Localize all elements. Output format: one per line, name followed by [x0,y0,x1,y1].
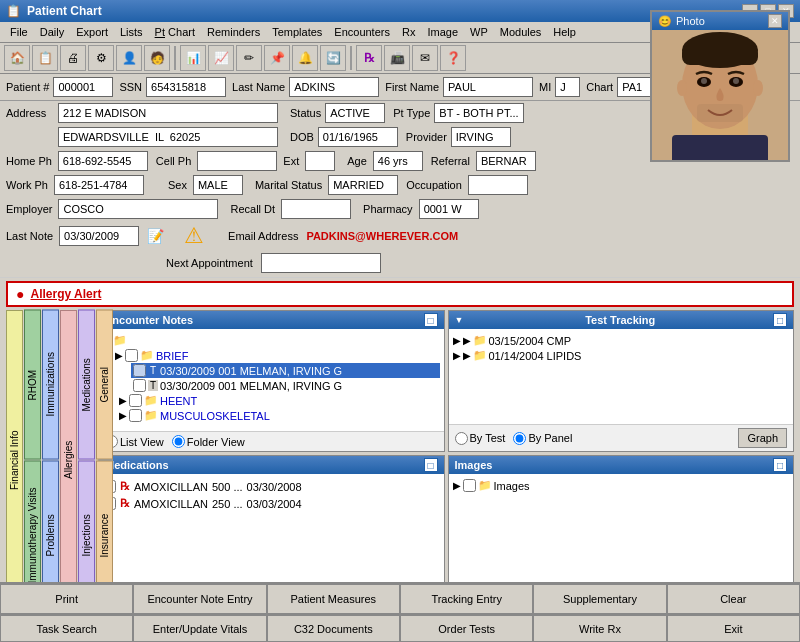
test-tracking-expand[interactable]: □ [773,313,787,327]
cell-ph-input[interactable] [197,151,277,171]
dob-input[interactable] [318,127,398,147]
folder-view-radio[interactable] [172,435,185,448]
enter-update-vitals-button[interactable]: Enter/Update Vitals [133,615,266,642]
tab-financial-info[interactable]: Financial Info [6,310,23,610]
supplementary-button[interactable]: Supplementary [533,584,666,614]
toolbar-settings[interactable]: ⚙ [88,45,114,71]
ssn-input[interactable] [146,77,226,97]
toolbar-refresh[interactable]: 🔄 [320,45,346,71]
toolbar-email[interactable]: ✉ [412,45,438,71]
mi-input[interactable] [555,77,580,97]
tab-general[interactable]: General [96,310,113,460]
medications-expand[interactable]: □ [424,458,438,472]
address1-input[interactable] [58,103,278,123]
patient-number-input[interactable] [53,77,113,97]
menu-file[interactable]: File [4,24,34,40]
menu-templates[interactable]: Templates [266,24,328,40]
tree-heent-expand[interactable]: ▶ [119,395,127,406]
address2-input[interactable] [58,127,278,147]
tree-musculo-expand[interactable]: ▶ [119,410,127,421]
status-input[interactable] [325,103,385,123]
test-item1-expand2[interactable]: ▶ [463,335,471,346]
toolbar-graph[interactable]: 📈 [208,45,234,71]
by-test-radio[interactable] [455,432,468,445]
last-name-input[interactable] [289,77,379,97]
toolbar-edit[interactable]: ✏ [236,45,262,71]
list-view-radio-label[interactable]: List View [105,435,164,448]
menu-daily[interactable]: Daily [34,24,70,40]
ext-input[interactable] [305,151,335,171]
tree-musculo-row[interactable]: ▶ 📁 MUSCULOSKELETAL [119,408,440,423]
pt-type-input[interactable] [434,103,524,123]
toolbar-person[interactable]: 🧑 [144,45,170,71]
toolbar-chart[interactable]: 📊 [180,45,206,71]
toolbar-bell[interactable]: 🔔 [292,45,318,71]
c32-documents-button[interactable]: C32 Documents [267,615,400,642]
order-tests-button[interactable]: Order Tests [400,615,533,642]
tree-heent-label[interactable]: HEENT [160,395,197,407]
test-item2-expand[interactable]: ▶ [453,350,461,361]
age-input[interactable] [373,151,423,171]
toolbar-print[interactable]: 🖨 [60,45,86,71]
tree-brief-expand-icon[interactable]: ▶ [115,350,123,361]
tab-allergies[interactable]: Allergies [60,310,77,610]
tree-item1-text[interactable]: 03/30/2009 001 MELMAN, IRVING G [160,365,342,377]
toolbar-rx[interactable]: ℞ [356,45,382,71]
exit-button[interactable]: Exit [667,615,800,642]
tab-rhom[interactable]: RHOM [24,310,41,460]
referral-input[interactable] [476,151,536,171]
menu-pt-chart[interactable]: Pt Chart [149,24,201,40]
toolbar-clipboard[interactable]: 📋 [32,45,58,71]
images-expand-icon[interactable]: ▶ [453,480,461,491]
tree-heent-row[interactable]: ▶ 📁 HEENT [119,393,440,408]
menu-encounters[interactable]: Encounters [328,24,396,40]
tree-item-selected[interactable]: T 03/30/2009 001 MELMAN, IRVING G [131,363,440,378]
toolbar-home[interactable]: 🏠 [4,45,30,71]
photo-close-button[interactable]: ✕ [768,14,782,28]
employer-input[interactable] [58,199,218,219]
tree-item1-checkbox[interactable] [133,364,146,377]
tracking-entry-button[interactable]: Tracking Entry [400,584,533,614]
toolbar-user[interactable]: 👤 [116,45,142,71]
tree-musculo-checkbox[interactable] [129,409,142,422]
toolbar-pin[interactable]: 📌 [264,45,290,71]
by-panel-radio[interactable] [513,432,526,445]
menu-reminders[interactable]: Reminders [201,24,266,40]
tab-immunizations[interactable]: Immunizations [42,310,59,460]
by-panel-radio-label[interactable]: By Panel [513,432,572,445]
sex-input[interactable] [193,175,243,195]
images-checkbox[interactable] [463,479,476,492]
menu-export[interactable]: Export [70,24,114,40]
work-ph-input[interactable] [54,175,144,195]
tree-item2-row[interactable]: T 03/30/2009 001 MELMAN, IRVING G [131,378,440,393]
next-appt-input[interactable] [261,253,381,273]
menu-wp[interactable]: WP [464,24,494,40]
menu-modules[interactable]: Modules [494,24,548,40]
by-test-radio-label[interactable]: By Test [455,432,506,445]
encounter-notes-expand[interactable]: □ [424,313,438,327]
toolbar-fax[interactable]: 📠 [384,45,410,71]
tree-brief-checkbox[interactable] [125,349,138,362]
tree-item2-checkbox[interactable] [133,379,146,392]
last-note-input[interactable] [59,226,139,246]
first-name-input[interactable] [443,77,533,97]
toolbar-help[interactable]: ❓ [440,45,466,71]
images-expand[interactable]: □ [773,458,787,472]
print-button[interactable]: Print [0,584,133,614]
tree-brief-label[interactable]: BRIEF [156,350,188,362]
clear-button[interactable]: Clear [667,584,800,614]
task-search-button[interactable]: Task Search [0,615,133,642]
encounter-note-entry-button[interactable]: Encounter Note Entry [133,584,266,614]
menu-help[interactable]: Help [547,24,582,40]
menu-rx[interactable]: Rx [396,24,421,40]
tree-musculo-label[interactable]: MUSCULOSKELETAL [160,410,270,422]
provider-input[interactable] [451,127,511,147]
allergy-alert-text[interactable]: Allergy Alert [30,287,101,301]
test-item1-expand[interactable]: ▶ [453,335,461,346]
tree-heent-checkbox[interactable] [129,394,142,407]
menu-lists[interactable]: Lists [114,24,149,40]
write-rx-button[interactable]: Write Rx [533,615,666,642]
occupation-input[interactable] [468,175,528,195]
patient-measures-button[interactable]: Patient Measures [267,584,400,614]
graph-button[interactable]: Graph [738,428,787,448]
